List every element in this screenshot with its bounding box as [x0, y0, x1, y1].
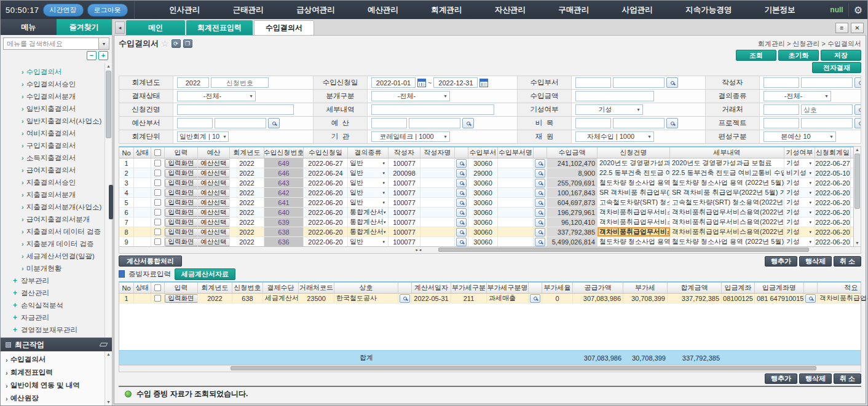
sidebar-item[interactable]: ›지출분개 데이터 검증 — [1, 238, 105, 250]
invoice-merge-button[interactable]: 계산서통합처리 — [119, 256, 182, 267]
tab-item[interactable]: 메인 — [126, 20, 185, 35]
grid-cell[interactable]: 639 — [264, 217, 304, 227]
eapproval-button[interactable]: 전자결재 — [812, 62, 861, 73]
calendar-icon[interactable] — [417, 79, 426, 87]
cell-button[interactable]: 입력화면 — [165, 238, 198, 246]
grid-cell[interactable]: 통합계산서▾ — [348, 208, 389, 217]
topbar-menu-item[interactable]: 인사관리 — [169, 5, 200, 15]
grid-cell[interactable] — [151, 294, 165, 303]
grid-cell[interactable] — [420, 217, 455, 227]
collapse-all-button[interactable]: − — [87, 51, 97, 60]
grid-cell[interactable]: 0 — [542, 294, 573, 303]
grid-cell[interactable] — [455, 198, 468, 207]
grid-cell[interactable]: 객차비품취급업무서비스용... — [598, 208, 670, 217]
gear-icon[interactable]: ⚙ — [848, 3, 862, 17]
grid-cell[interactable]: 643 — [264, 178, 304, 187]
grid-cell[interactable] — [420, 158, 455, 168]
grid-cell[interactable] — [498, 198, 534, 207]
popup-icon[interactable]: ❐ — [183, 39, 192, 48]
cell-button[interactable]: 예산선택 — [198, 159, 230, 168]
row-checkbox[interactable] — [154, 170, 161, 176]
cell-button[interactable]: 입력화면 — [165, 159, 198, 168]
grid-cell[interactable]: 641 — [264, 198, 304, 207]
grid-cell[interactable]: 081 647910015... — [755, 294, 804, 303]
topbar-menu-item[interactable]: 지속가능경영 — [685, 5, 732, 15]
grid-cell[interactable]: 2022-06-20 — [304, 178, 348, 187]
sidebar-item[interactable]: ›지출결의서분개(사업소) — [1, 201, 105, 213]
sidebar-group[interactable]: +결산관리 — [1, 287, 105, 299]
search-button[interactable] — [268, 118, 280, 128]
grid2-add-row-button[interactable]: 행추가 — [765, 373, 797, 384]
select-dropdown[interactable]: 일반회계 | 10▾ — [177, 131, 229, 142]
grid-cell[interactable]: 통합계산서▾ — [348, 227, 389, 236]
recent-item[interactable]: ›일반이체 연동 및 내역 — [1, 379, 105, 392]
select-dropdown[interactable]: 본예산 10▾ — [763, 131, 836, 142]
grid-cell[interactable]: 객차비품취급업무서비스용역(2022년5월) 기성 — [670, 217, 784, 227]
grid-cell[interactable]: 640 — [264, 208, 304, 217]
search-button[interactable] — [535, 198, 545, 207]
scroll-thumb[interactable] — [231, 366, 816, 370]
grid-cell[interactable]: 한국철도공사 — [334, 294, 398, 303]
search-button[interactable] — [462, 118, 474, 128]
grid-cell[interactable]: 2022-06-24 — [304, 168, 348, 178]
grid-cell[interactable]: 2022-06-20 — [815, 178, 851, 187]
grid-cell[interactable]: 30060 — [468, 178, 498, 187]
grid-cell[interactable]: 3 — [119, 178, 134, 187]
grid-cell[interactable]: 646 — [264, 168, 304, 178]
sidebar-item[interactable]: ›지출결의서승인 — [1, 176, 105, 189]
grid-cell[interactable] — [420, 188, 455, 197]
eraser-icon[interactable] — [100, 343, 108, 346]
grid-cell[interactable] — [498, 237, 534, 246]
select-dropdown[interactable]: 기성▾ — [575, 104, 643, 115]
search-button[interactable] — [535, 179, 545, 187]
grid-cell[interactable] — [420, 198, 455, 207]
expand-all-button[interactable]: + — [98, 51, 108, 60]
grid-cell[interactable] — [420, 178, 455, 187]
grid-cell[interactable]: 예산선택 — [198, 217, 230, 227]
grid-cell[interactable]: 객차비품취급업무서비스용역 — [598, 227, 670, 236]
topbar-menu-item[interactable]: 사업관리 — [622, 5, 653, 15]
grid-cell[interactable]: 30060 — [468, 217, 498, 227]
cell-button[interactable]: 입력화면 — [165, 179, 198, 187]
sidebar-item[interactable]: ›세금계산서연결(일괄) — [1, 250, 105, 262]
cell-button[interactable]: 예산선택 — [198, 198, 230, 207]
logout-button[interactable]: 로그아웃 — [87, 4, 128, 17]
window-list-icon[interactable]: ≡ — [835, 23, 848, 33]
grid-cell[interactable] — [455, 178, 468, 187]
grid-cell[interactable]: 일반▾ — [348, 237, 389, 246]
recent-item[interactable]: ›수입결의서 — [1, 353, 105, 366]
search-button[interactable] — [535, 238, 545, 246]
grid-cell[interactable]: 642 — [264, 188, 304, 197]
grid-cell[interactable] — [151, 178, 165, 187]
grid-cell[interactable]: 입력화면 — [165, 208, 198, 217]
cell-button[interactable]: 예산선택 — [198, 238, 230, 246]
grid-cell[interactable]: 2022-06-27 — [304, 158, 348, 168]
grid-cell[interactable]: 예산선택 — [198, 198, 230, 207]
chevron-down-icon[interactable]: ▾ — [98, 38, 109, 49]
topbar-menu-item[interactable]: 근태관리 — [233, 5, 264, 15]
grid-cell[interactable] — [534, 208, 547, 217]
grid-cell[interactable]: SR 객차비품 취급업무(202... — [598, 188, 670, 197]
row-checkbox[interactable] — [154, 219, 161, 225]
grid-cell[interactable]: 입력화면 — [165, 294, 198, 303]
search-button[interactable] — [456, 169, 467, 178]
grid-cell[interactable]: 예산선택 — [198, 227, 230, 236]
grid-cell[interactable]: 2022-06-27 — [815, 158, 851, 168]
grid-cell[interactable]: 196,279,961 — [547, 208, 598, 217]
grid-cell[interactable]: 입력화면 — [165, 237, 198, 246]
sidebar-item[interactable]: ›지출결의서 데이터 검증 — [1, 225, 105, 238]
row-checkbox[interactable] — [154, 209, 161, 216]
grid-cell[interactable]: 2022 — [230, 178, 264, 187]
recent-item[interactable]: ›회계전표입력 — [1, 366, 105, 379]
grid-cell[interactable] — [398, 294, 412, 303]
text-input[interactable] — [371, 118, 407, 128]
scroll-up-icon[interactable] — [105, 63, 112, 69]
search-button[interactable] — [400, 294, 410, 303]
grid-cell[interactable]: 638 — [232, 294, 263, 303]
taxinvoice-button[interactable]: 세금계산서자료 — [175, 268, 235, 280]
cell-button[interactable]: 예산선택 — [198, 169, 230, 178]
query-button[interactable]: 조회 — [736, 50, 776, 61]
scroll-thumb[interactable] — [438, 248, 809, 252]
text-input[interactable] — [613, 118, 665, 128]
window-close-icon[interactable]: ✕ — [851, 23, 864, 33]
